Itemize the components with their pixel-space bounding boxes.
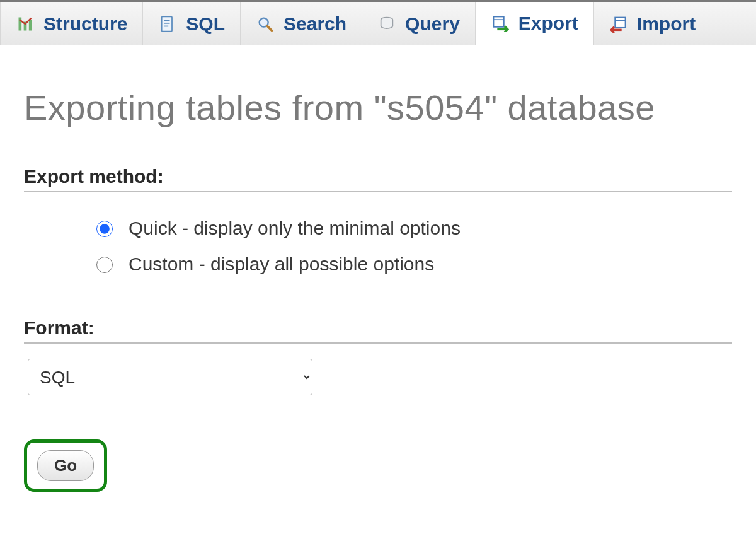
radio-quick[interactable] xyxy=(96,221,113,237)
format-header: Format: xyxy=(24,317,732,344)
tab-search[interactable]: Search xyxy=(241,2,362,45)
search-icon xyxy=(256,15,275,33)
radio-custom[interactable] xyxy=(96,257,113,273)
radio-custom-label[interactable]: Custom - display all possible options xyxy=(129,246,434,282)
tab-sql[interactable]: SQL xyxy=(143,2,241,45)
query-icon xyxy=(377,15,396,33)
sql-icon xyxy=(158,15,177,33)
radio-quick-label[interactable]: Quick - display only the minimal options xyxy=(129,210,461,246)
tab-structure[interactable]: Structure xyxy=(0,2,143,45)
go-button[interactable]: Go xyxy=(37,450,94,481)
svg-rect-3 xyxy=(162,16,172,31)
tab-import[interactable]: Import xyxy=(594,2,711,45)
tab-query[interactable]: Query xyxy=(362,2,476,45)
import-icon xyxy=(609,15,628,33)
export-method-custom[interactable]: Custom - display all possible options xyxy=(93,246,732,282)
svg-rect-10 xyxy=(493,17,503,27)
svg-rect-2 xyxy=(29,20,32,31)
tab-label: Structure xyxy=(43,13,127,35)
main-content: Exporting tables from "s5054" database E… xyxy=(0,45,756,517)
format-select[interactable]: SQL xyxy=(28,359,312,395)
svg-rect-13 xyxy=(615,17,625,27)
go-highlight: Go xyxy=(24,439,107,492)
tab-label: Import xyxy=(637,13,696,35)
tab-export[interactable]: Export xyxy=(476,2,594,45)
structure-icon xyxy=(16,15,35,33)
top-tabbar: Structure SQL Search Qu xyxy=(0,0,756,45)
tab-label: SQL xyxy=(186,13,225,35)
export-method-quick[interactable]: Quick - display only the minimal options xyxy=(93,210,732,246)
export-method-header: Export method: xyxy=(24,166,732,192)
tab-label: Export xyxy=(518,13,578,34)
export-icon xyxy=(491,14,510,33)
export-method-options: Quick - display only the minimal options… xyxy=(24,204,732,305)
tab-label: Search xyxy=(284,13,346,35)
page-title: Exporting tables from "s5054" database xyxy=(24,87,732,128)
svg-line-8 xyxy=(268,26,272,30)
tab-label: Query xyxy=(405,13,460,35)
